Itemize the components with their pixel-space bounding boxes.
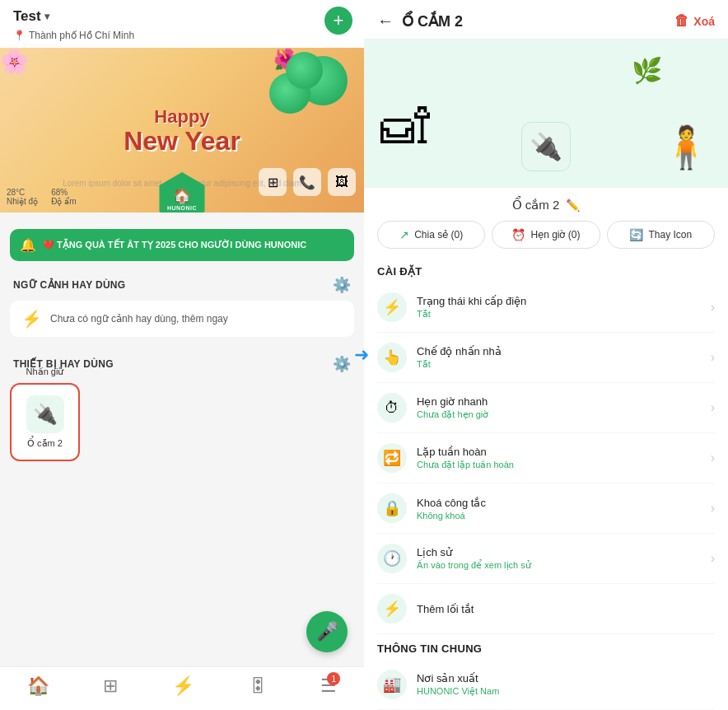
history-value: Ấn vào trong để xem lịch sử xyxy=(417,560,711,571)
nav-menu[interactable]: ☰ 1 xyxy=(320,675,337,697)
humidity-value: 68% xyxy=(51,188,76,197)
device-name-label: Ổ cắm 2 xyxy=(512,198,560,213)
device-name-row: Ổ cắm 2 ✏️ xyxy=(364,188,728,217)
devices-gear-icon[interactable]: ⚙️ xyxy=(333,355,351,373)
setting-press-mode[interactable]: 👆 Chế độ nhấn nhả Tắt › xyxy=(377,333,715,383)
scenes-title: NGỮ CẢNH HAY DÙNG xyxy=(13,279,125,291)
nav-grid[interactable]: ⊞ xyxy=(103,675,118,697)
bolt-nav-icon: ⚡ xyxy=(172,675,194,697)
scenes-section-header: NGỮ CẢNH HAY DÙNG ⚙️ xyxy=(0,268,364,297)
happy-text: Happy xyxy=(124,106,240,128)
setting-content-6: Lịch sử Ấn vào trong để xem lịch sử xyxy=(417,546,711,571)
right-header: ← Ổ CẮM 2 🗑 Xoá xyxy=(364,0,728,40)
setting-content: Trạng thái khi cấp điện Tắt xyxy=(417,295,711,320)
device-plug-icon: 🔌 xyxy=(33,403,58,426)
quick-icon-image[interactable]: 🖼 xyxy=(328,168,356,196)
action-buttons: ↗ Chia sẻ (0) ⏰ Hẹn giờ (0) 🔄 Thay Icon xyxy=(364,217,728,259)
scenes-gear-icon[interactable]: ⚙️ xyxy=(333,276,351,294)
power-state-value: Tắt xyxy=(417,309,711,320)
info-section-title: THÔNG TIN CHUNG xyxy=(377,634,715,660)
press-mode-label: Chế độ nhấn nhả xyxy=(417,345,711,357)
schedule-button[interactable]: ⏰ Hẹn giờ (0) xyxy=(492,221,600,249)
temp-value: 28°C xyxy=(7,188,38,197)
add-shortcut-item[interactable]: ⚡ Thêm lối tắt xyxy=(377,584,715,634)
chevron-right-icon2: › xyxy=(711,350,715,365)
setting-repeat[interactable]: 🔁 Lặp tuần hoàn Chưa đặt lặp tuần hoàn › xyxy=(377,433,715,483)
repeat-icon-wrap: 🔁 xyxy=(377,443,407,473)
nav-bolt[interactable]: ⚡ xyxy=(172,675,194,697)
nhan-giu-label: Nhấn giữ xyxy=(26,367,64,377)
power-icon-wrap: ⚡ xyxy=(377,292,407,322)
share-icon: ↗ xyxy=(399,228,409,241)
plant-icon: 🌿 xyxy=(632,56,662,85)
promo-text: ❤️ TẶNG QUÀ TẾT ÂT TỴ 2025 CHO NGƯỜI DÙN… xyxy=(43,239,306,251)
info-manufacturer: 🏭 Nơi sản xuất HUNONIC Việt Nam xyxy=(377,660,715,710)
right-header-left: ← Ổ CẮM 2 xyxy=(377,12,463,30)
mic-fab-button[interactable]: 🎤 xyxy=(306,611,348,652)
device-label: Ổ cắm 2 xyxy=(27,438,63,449)
setting-power-state[interactable]: ⚡ Trạng thái khi cấp điện Tắt › xyxy=(377,283,715,333)
nav-home[interactable]: 🏠 xyxy=(27,675,49,697)
temp-item: 28°C Nhiệt độ xyxy=(7,188,38,206)
promo-bell-icon: 🔔 xyxy=(20,237,36,253)
settings-section: CÀI ĐẶT ⚡ Trạng thái khi cấp điện Tắt › … xyxy=(364,259,728,710)
setting-lock[interactable]: 🔒 Khoá công tắc Không khoá › xyxy=(377,483,715,534)
promo-banner[interactable]: 🔔 ❤️ TẶNG QUÀ TẾT ÂT TỴ 2025 CHO NGƯỜI D… xyxy=(10,229,354,261)
change-icon-button[interactable]: 🔄 Thay Icon xyxy=(607,221,715,249)
location-pin-icon: 📍 xyxy=(13,30,26,41)
chevron-right-icon: › xyxy=(711,300,715,315)
device-card-o-cam[interactable]: Nhấn giữ ➜ 🔌 Ổ cắm 2 xyxy=(10,383,80,461)
home-icon: 🏠 xyxy=(27,675,49,697)
history-icon-wrap: 🕐 xyxy=(377,544,407,573)
change-icon-label: Thay Icon xyxy=(648,229,692,241)
edit-icon[interactable]: ✏️ xyxy=(566,199,580,212)
quick-timer-label: Hẹn giờ nhanh xyxy=(417,395,711,408)
left-panel: Test ▾ + 📍 Thành phố Hồ Chí Minh 🌸 🌺 Hap… xyxy=(0,0,364,710)
scenes-empty-text: Chưa có ngữ cảnh hay dùng, thêm ngay xyxy=(50,313,228,325)
flower-decoration: 🌸 xyxy=(0,48,29,75)
power-state-label: Trạng thái khi cấp điện xyxy=(417,295,711,307)
press-icon-wrap: 👆 xyxy=(377,343,407,372)
schedule-label: Hẹn giờ (0) xyxy=(530,229,580,241)
hunonic-text: HUNONIC xyxy=(167,205,197,211)
nav-badge: 1 xyxy=(327,672,340,685)
right-panel: ← Ổ CẮM 2 🗑 Xoá 🛋 🌿 🧍 🔌 Ổ cắm 2 ✏️ ↗ Chi… xyxy=(364,0,728,710)
share-button[interactable]: ↗ Chia sẻ (0) xyxy=(377,221,485,249)
add-button[interactable]: + xyxy=(324,7,352,35)
history-label: Lịch sử xyxy=(417,546,711,558)
app-title-row[interactable]: Test ▾ xyxy=(13,8,49,25)
trash-icon: 🗑 xyxy=(674,12,689,30)
plus-icon: + xyxy=(334,10,344,31)
repeat-value: Chưa đặt lặp tuần hoàn xyxy=(417,460,711,470)
clock-icon: ⏰ xyxy=(511,228,525,241)
bottom-nav: 🏠 ⊞ ⚡ 🎛 ☰ 1 xyxy=(0,666,364,710)
shortcut-icon-wrap: ⚡ xyxy=(377,594,407,624)
watermelon3 xyxy=(286,52,323,89)
devices-section: THIẾT BỊ HAY DÙNG ⚙️ Nhấn giữ ➜ 🔌 Ổ cắm … xyxy=(0,347,364,468)
grid-icon: ⊞ xyxy=(103,675,118,697)
setting-content-3: Hẹn giờ nhanh Chưa đặt hẹn giờ xyxy=(417,395,711,420)
chevron-right-icon6: › xyxy=(711,551,715,566)
humidity-item: 68% Độ ẩm xyxy=(51,188,76,206)
settings-title: CÀI ĐẶT xyxy=(377,259,715,283)
setting-content-4: Lặp tuần hoàn Chưa đặt lặp tuần hoàn xyxy=(417,446,711,470)
repeat-label: Lặp tuần hoàn xyxy=(417,446,711,458)
app-title: Test xyxy=(13,8,41,25)
setting-quick-timer[interactable]: ⏱ Hẹn giờ nhanh Chưa đặt hẹn giờ › xyxy=(377,383,715,433)
bolt-icon: ⚡ xyxy=(21,309,42,329)
hero-banner: 🌸 🌺 Happy New Year Lorem ipsum dolor sit… xyxy=(0,48,364,213)
temp-label: Nhiệt độ xyxy=(7,197,38,206)
plug-icon: 🔌 xyxy=(530,131,562,162)
timer-icon-wrap: ⏱ xyxy=(377,393,407,423)
press-mode-value: Tắt xyxy=(417,359,711,370)
manufacturer-label: Nơi sản xuất xyxy=(417,672,715,684)
info-content: Nơi sản xuất HUNONIC Việt Nam xyxy=(417,672,715,697)
nav-remote[interactable]: 🎛 xyxy=(249,675,267,697)
setting-history[interactable]: 🕐 Lịch sử Ấn vào trong để xem lịch sử › xyxy=(377,534,715,584)
location-text: Thành phố Hồ Chí Minh xyxy=(29,30,134,41)
back-icon[interactable]: ← xyxy=(377,12,394,30)
delete-button[interactable]: 🗑 Xoá xyxy=(674,12,715,30)
chevron-down-icon: ▾ xyxy=(44,11,49,22)
manufacturer-value: HUNONIC Việt Nam xyxy=(417,686,715,697)
device-grid: Nhấn giữ ➜ 🔌 Ổ cắm 2 xyxy=(0,376,364,468)
